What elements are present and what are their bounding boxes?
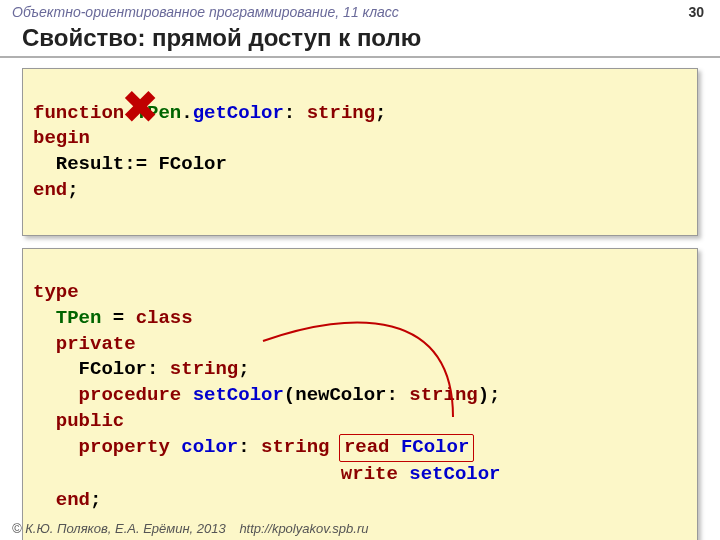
semicolon: ; — [90, 489, 101, 511]
sp — [170, 436, 181, 458]
kw-write: write — [341, 463, 398, 485]
kw-procedure: procedure — [79, 384, 182, 406]
dot: . — [181, 102, 192, 124]
sp — [390, 436, 401, 458]
sp — [398, 463, 409, 485]
page-number: 30 — [688, 4, 704, 20]
footer: © К.Ю. Поляков, Е.А. Ерёмин, 2013 http:/… — [12, 521, 368, 536]
sp — [181, 384, 192, 406]
method-name: getColor — [193, 102, 284, 124]
kw-property: property — [79, 436, 170, 458]
kw-read: read — [344, 436, 390, 458]
field-type: string — [170, 358, 238, 380]
class-name: TPen — [136, 102, 182, 124]
semicolon: ; — [375, 102, 386, 124]
kw-class: class — [136, 307, 193, 329]
code-block-type: type TPen = class private FColor: string… — [22, 248, 698, 540]
indent — [33, 153, 56, 175]
write-setter: setColor — [409, 463, 500, 485]
indent — [33, 307, 56, 329]
semicolon: ; — [67, 179, 78, 201]
field-decl: FColor: — [79, 358, 170, 380]
close-paren: ); — [478, 384, 501, 406]
eq: = — [101, 307, 135, 329]
read-field: FColor — [401, 436, 469, 458]
indent — [33, 333, 56, 355]
proc-name: setColor — [193, 384, 284, 406]
indent — [33, 384, 79, 406]
indent — [33, 489, 56, 511]
kw-public: public — [56, 410, 124, 432]
kw-function: function — [33, 102, 136, 124]
kw-private: private — [56, 333, 136, 355]
result-line: Result:= FColor — [56, 153, 227, 175]
code-block-getter: function TPen.getColor: string; begin Re… — [22, 68, 698, 236]
kw-type: type — [33, 281, 79, 303]
prop-name: color — [181, 436, 238, 458]
kw-end: end — [56, 489, 90, 511]
kw-end: end — [33, 179, 67, 201]
footer-url: http://kpolyakov.spb.ru — [239, 521, 368, 536]
kw-begin: begin — [33, 127, 90, 149]
semicolon: ; — [238, 358, 249, 380]
return-type: string — [307, 102, 375, 124]
param-type: string — [409, 384, 477, 406]
indent — [33, 410, 56, 432]
slide-title: Свойство: прямой доступ к полю — [0, 22, 720, 58]
course-header: Объектно-ориентированное программировани… — [0, 0, 720, 22]
prop-type: string — [261, 436, 329, 458]
class-name: TPen — [56, 307, 102, 329]
indent — [33, 358, 79, 380]
colon: : — [284, 102, 307, 124]
indent — [33, 436, 79, 458]
open-paren: (newColor: — [284, 384, 409, 406]
indent — [33, 463, 341, 485]
read-clause-box: read FColor — [339, 434, 474, 462]
copyright: © К.Ю. Поляков, Е.А. Ерёмин, 2013 — [12, 521, 226, 536]
colon: : — [238, 436, 261, 458]
